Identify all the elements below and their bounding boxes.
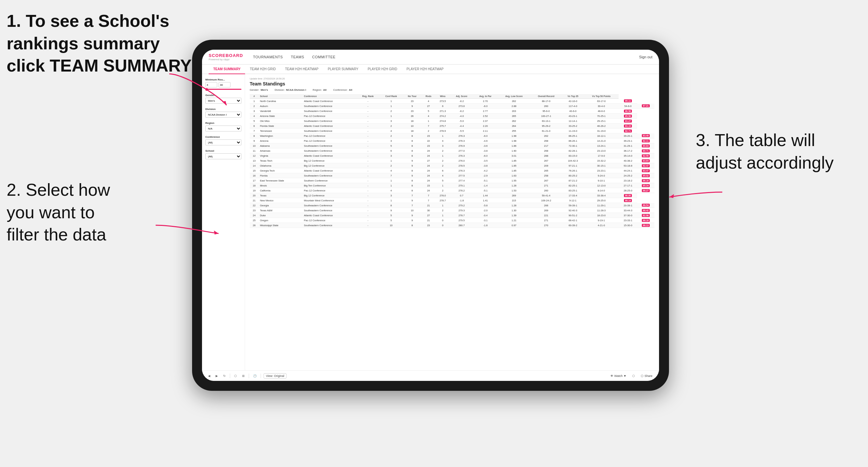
table-cell: 88.18: [637, 218, 654, 223]
table-cell: 30: [422, 208, 435, 213]
table-cell: -3.1: [473, 218, 498, 223]
tab-team-h2h-grid[interactable]: TEAM H2H GRID: [245, 65, 280, 74]
table-cell: 7: [422, 198, 435, 203]
toolbar-copy[interactable]: ⬡: [233, 374, 238, 378]
table-cell: 5: [379, 144, 403, 148]
table-cell: 9: [403, 218, 421, 223]
tab-player-summary[interactable]: PLAYER SUMMARY: [323, 65, 363, 74]
table-row: 25OregonPac-12 Conference-59210279.5-3.1…: [250, 218, 654, 223]
tab-player-h2h-heatmap[interactable]: PLAYER H2H HEATMAP: [402, 65, 448, 74]
table-cell: 23-13-0: [584, 148, 619, 153]
table-cell: 265: [530, 168, 562, 173]
table-cell: 8: [403, 144, 421, 148]
table-cell: 203: [497, 108, 530, 114]
nav-tournaments[interactable]: TOURNAMENTS: [253, 55, 283, 59]
table-cell: -1.4: [473, 183, 498, 188]
view-original-button[interactable]: View: Original: [264, 373, 286, 379]
table-cell: 9: [403, 198, 421, 203]
table-cell: Duke: [259, 213, 303, 218]
table-cell: 5: [422, 108, 435, 114]
table-cell: 12-14-1: [562, 119, 584, 124]
nav-committee[interactable]: COMMITTEE: [312, 55, 336, 59]
table-cell: 278.9: [435, 128, 450, 133]
table-cell: Southeastern Conference: [303, 173, 356, 178]
table-cell: 268: [530, 138, 562, 144]
table-cell: 39-20-1: [619, 133, 637, 138]
col-vs-top25: Vs Top 25: [562, 94, 584, 99]
table-cell: Big 12 Conference: [303, 193, 356, 198]
table-cell: 17-9-0: [584, 153, 619, 158]
nav-teams[interactable]: TEAMS: [291, 55, 304, 59]
table-cell: -: [356, 128, 379, 133]
table-cell: 85.34: [637, 183, 654, 188]
table-cell: 2.70: [473, 99, 498, 104]
table-cell: 0: [435, 218, 450, 223]
table-cell: Southeastern Conference: [303, 208, 356, 213]
table-cell: 63-13-1: [530, 119, 562, 124]
table-cell: 262: [497, 119, 530, 124]
table-cell: 2: [379, 108, 403, 114]
bottom-toolbar: ◀ ▶ ↻ ⬡ ⊞ 🕐 View: Original 👁 Watch ▼ ⬡ ⬡…: [202, 370, 659, 381]
toolbar-forward[interactable]: ▶: [214, 374, 219, 378]
table-cell: 23: [422, 183, 435, 188]
table-cell: 5: [379, 213, 403, 218]
share-button[interactable]: ⬡ Share: [639, 374, 654, 378]
table-row: 6Florida StateAtlantic Coast Conference-…: [250, 124, 654, 128]
table-cell: 39-23-1: [619, 138, 637, 144]
school-label: School: [205, 149, 241, 152]
table-cell: 21: [250, 198, 259, 203]
table-cell: 35-14-0: [619, 153, 637, 158]
table-cell: 23: [422, 144, 435, 148]
table-cell: California: [259, 188, 303, 193]
table-cell: 4-21-0: [584, 223, 619, 228]
table-filter-conference: Conference: All: [333, 88, 352, 91]
table-cell: Vanderbilt: [259, 108, 303, 114]
table-cell: Auburn: [259, 104, 303, 108]
toolbar-grid[interactable]: ⊞: [241, 374, 246, 378]
table-cell: -3.8: [473, 163, 498, 168]
table-cell: 1.30: [497, 208, 530, 213]
tab-team-h2h-heatmap[interactable]: TEAM H2H HEATMAP: [280, 65, 323, 74]
division-select[interactable]: NCAA Division I NCAA Division II NCAA Di…: [205, 112, 241, 118]
table-cell: -6.2: [450, 108, 473, 114]
table-cell: 83.27: [619, 119, 637, 124]
table-cell: -2.9: [473, 173, 498, 178]
table-cell: 95-29-2: [530, 124, 562, 128]
toolbar-clock[interactable]: 🕐: [252, 374, 258, 378]
table-cell: 30-15-1: [584, 163, 619, 168]
table-cell: 5: [250, 119, 259, 124]
table-cell: 2: [435, 148, 450, 153]
table-cell: -1.8: [473, 223, 498, 228]
table-cell: 8: [403, 178, 421, 183]
table-cell: 109-24-2: [530, 198, 562, 203]
table-cell: 24: [422, 148, 435, 153]
table-cell: 88.14: [619, 198, 637, 203]
table-cell: 2.88: [497, 104, 530, 108]
toolbar-divider-2: [249, 374, 249, 378]
table-cell: 271: [530, 218, 562, 223]
toolbar-refresh[interactable]: ↻: [222, 374, 227, 378]
watch-button[interactable]: 👁 Watch ▼: [608, 374, 628, 378]
table-cell: 23: [422, 133, 435, 138]
tab-player-h2h-grid[interactable]: PLAYER H2H GRID: [363, 65, 402, 74]
table-cell: -: [356, 153, 379, 158]
table-cell: 27-17-1: [619, 183, 637, 188]
table-cell: 70-25-1: [584, 114, 619, 119]
table-cell: 54-6-0: [619, 104, 637, 108]
toolbar-back[interactable]: ◀: [207, 374, 212, 378]
table-cell: Big Ten Conference: [303, 183, 356, 188]
school-select[interactable]: (All): [205, 153, 241, 159]
sign-out-button[interactable]: Sign out: [639, 55, 652, 59]
table-cell: Washington: [259, 133, 303, 138]
conference-select[interactable]: (All): [205, 139, 241, 146]
table-cell: East Tennessee State: [259, 178, 303, 183]
region-select[interactable]: N/A All: [205, 126, 241, 131]
table-row: 5Ole MissSoutheastern Conference-3181274…: [250, 119, 654, 124]
filter-conference: Conference (All): [205, 135, 241, 146]
tablet-frame: SCOREBOARD Powered by clippi TOURNAMENTS…: [192, 40, 669, 391]
table-cell: 18: [403, 128, 421, 133]
toolbar-icon1[interactable]: ⬡: [631, 374, 636, 378]
table-cell: 277.5: [450, 173, 473, 178]
table-cell: 27: [422, 104, 435, 108]
table-cell: 279.2: [450, 203, 473, 208]
